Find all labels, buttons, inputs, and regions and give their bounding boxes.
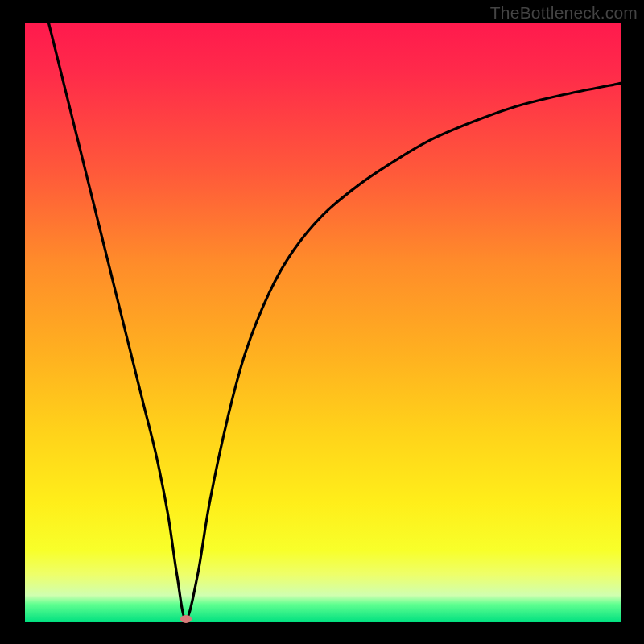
attribution-text: TheBottleneck.com xyxy=(490,3,638,23)
chart-plot-area xyxy=(25,23,621,622)
bottleneck-curve xyxy=(25,23,621,622)
minimum-marker xyxy=(180,615,192,623)
